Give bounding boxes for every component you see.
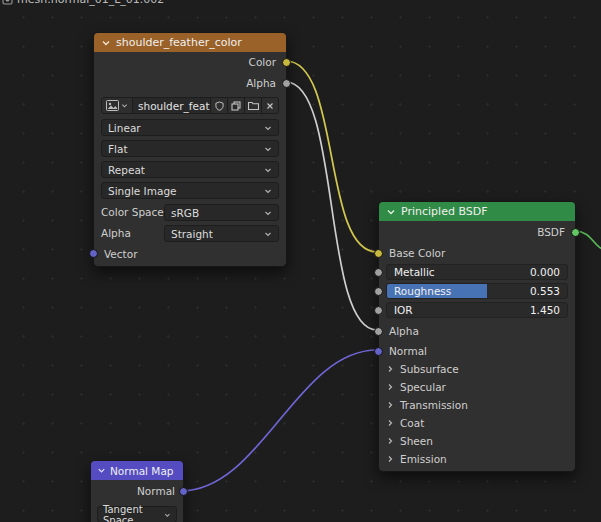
close-icon xyxy=(266,102,274,110)
input-vector-row: Vector xyxy=(101,246,279,262)
space-value: Tangent Space xyxy=(103,504,164,522)
input-alpha-row: Alpha xyxy=(386,323,568,339)
section-label: Transmission xyxy=(400,399,468,411)
normal-output-socket[interactable] xyxy=(179,487,188,496)
input-alpha-label: Alpha xyxy=(389,325,419,337)
image-name-field[interactable]: shoulder_feath... xyxy=(133,98,211,113)
alpha-mode-value: Straight xyxy=(171,228,213,240)
unlink-datablock-button[interactable] xyxy=(262,98,278,113)
roughness-slider[interactable]: Roughness 0.553 xyxy=(386,283,568,299)
bsdf-output-socket[interactable] xyxy=(571,228,580,237)
collapse-chevron-icon[interactable] xyxy=(97,466,106,475)
interpolation-value: Linear xyxy=(108,122,141,134)
chevron-down-icon xyxy=(264,124,272,132)
color-space-value: sRGB xyxy=(171,207,199,219)
metallic-value: 0.000 xyxy=(530,266,560,278)
section-coat[interactable]: Coat xyxy=(386,415,568,431)
section-emission[interactable]: Emission xyxy=(386,451,568,467)
image-texture-node[interactable]: shoulder_feather_color Color Alpha shoul… xyxy=(93,32,287,267)
chevron-right-icon xyxy=(386,401,394,409)
chevron-down-icon xyxy=(264,230,272,238)
output-bsdf-label: BSDF xyxy=(537,226,565,238)
output-normal-label: Normal xyxy=(137,485,175,497)
source-dropdown[interactable]: Single Image xyxy=(101,182,279,199)
chevron-down-icon xyxy=(264,209,272,217)
section-label: Sheen xyxy=(400,435,433,447)
roughness-input-socket[interactable] xyxy=(374,287,383,296)
roughness-label: Roughness xyxy=(394,285,451,297)
metallic-input-socket[interactable] xyxy=(374,268,383,277)
alpha-input-socket[interactable] xyxy=(374,327,383,336)
image-node-title: shoulder_feather_color xyxy=(116,36,242,49)
normal-map-node-header[interactable]: Normal Map xyxy=(91,461,183,480)
input-normal-row: Normal xyxy=(386,343,568,359)
image-icon xyxy=(106,100,119,111)
metallic-label: Metallic xyxy=(394,266,435,278)
section-subsurface[interactable]: Subsurface xyxy=(386,361,568,377)
fake-user-button[interactable] xyxy=(211,98,228,113)
vector-input-socket[interactable] xyxy=(89,249,98,258)
color-output-socket[interactable] xyxy=(282,58,291,67)
wire-alpha-to-alpha xyxy=(286,82,377,330)
input-base-color-label: Base Color xyxy=(389,247,445,259)
principled-bsdf-node[interactable]: Principled BSDF BSDF Base Color Metallic… xyxy=(378,201,576,472)
open-image-button[interactable] xyxy=(245,98,262,113)
chevron-right-icon xyxy=(386,365,394,373)
shield-icon xyxy=(215,101,224,111)
wire-normal-to-normal xyxy=(181,350,377,491)
chevron-down-icon xyxy=(264,145,272,153)
editor-path: mesh.normal_01_L_01.002 xyxy=(2,0,164,6)
chevron-down-icon xyxy=(264,187,272,195)
extension-value: Repeat xyxy=(108,164,145,176)
duplicate-datablock-button[interactable] xyxy=(228,98,245,113)
editor-path-text: mesh.normal_01_L_01.002 xyxy=(17,0,164,6)
section-specular[interactable]: Specular xyxy=(386,379,568,395)
node-editor-canvas[interactable]: mesh.normal_01_L_01.002 shoulder_feather… xyxy=(0,0,601,522)
bsdf-node-header[interactable]: Principled BSDF xyxy=(379,202,575,221)
ior-value: 1.450 xyxy=(530,304,560,316)
projection-dropdown[interactable]: Flat xyxy=(101,140,279,157)
input-normal-label: Normal xyxy=(389,345,427,357)
collapse-chevron-icon[interactable] xyxy=(101,38,111,48)
input-vector-label: Vector xyxy=(104,248,137,260)
output-normal-row: Normal xyxy=(96,483,178,499)
image-datablock-row: shoulder_feath... xyxy=(101,97,279,114)
image-node-header[interactable]: shoulder_feather_color xyxy=(94,33,286,52)
chevron-down-icon xyxy=(164,511,171,519)
color-space-dropdown[interactable]: sRGB xyxy=(164,204,279,221)
section-label: Specular xyxy=(400,381,446,393)
chevron-down-icon xyxy=(121,102,128,109)
section-sheen[interactable]: Sheen xyxy=(386,433,568,449)
roughness-value: 0.553 xyxy=(530,285,560,297)
normal-map-node[interactable]: Normal Map Normal Tangent Space xyxy=(90,460,184,522)
image-browse-button[interactable] xyxy=(102,98,133,113)
space-dropdown[interactable]: Tangent Space xyxy=(97,506,177,522)
ior-label: IOR xyxy=(394,304,413,316)
interpolation-dropdown[interactable]: Linear xyxy=(101,119,279,136)
section-transmission[interactable]: Transmission xyxy=(386,397,568,413)
material-icon xyxy=(2,0,13,5)
output-bsdf-row: BSDF xyxy=(386,224,568,240)
alpha-mode-dropdown[interactable]: Straight xyxy=(164,225,279,242)
chevron-right-icon xyxy=(386,419,394,427)
folder-icon xyxy=(248,101,259,110)
normal-map-node-title: Normal Map xyxy=(110,465,174,477)
section-label: Subsurface xyxy=(400,363,459,375)
ior-slider[interactable]: IOR 1.450 xyxy=(386,302,568,318)
output-color-row: Color xyxy=(101,54,279,70)
collapse-chevron-icon[interactable] xyxy=(386,207,396,217)
chevron-right-icon xyxy=(386,383,394,391)
alpha-output-socket[interactable] xyxy=(282,79,291,88)
base-color-input-socket[interactable] xyxy=(374,249,383,258)
metallic-slider[interactable]: Metallic 0.000 xyxy=(386,264,568,280)
alpha-mode-label: Alpha xyxy=(101,227,131,239)
ior-input-socket[interactable] xyxy=(374,306,383,315)
output-color-label: Color xyxy=(249,56,276,68)
copy-icon xyxy=(231,101,241,111)
extension-dropdown[interactable]: Repeat xyxy=(101,161,279,178)
color-space-label: Color Space xyxy=(101,206,164,218)
output-alpha-label: Alpha xyxy=(246,77,276,89)
bsdf-node-title: Principled BSDF xyxy=(401,205,488,218)
normal-input-socket[interactable] xyxy=(374,347,383,356)
chevron-right-icon xyxy=(386,455,394,463)
